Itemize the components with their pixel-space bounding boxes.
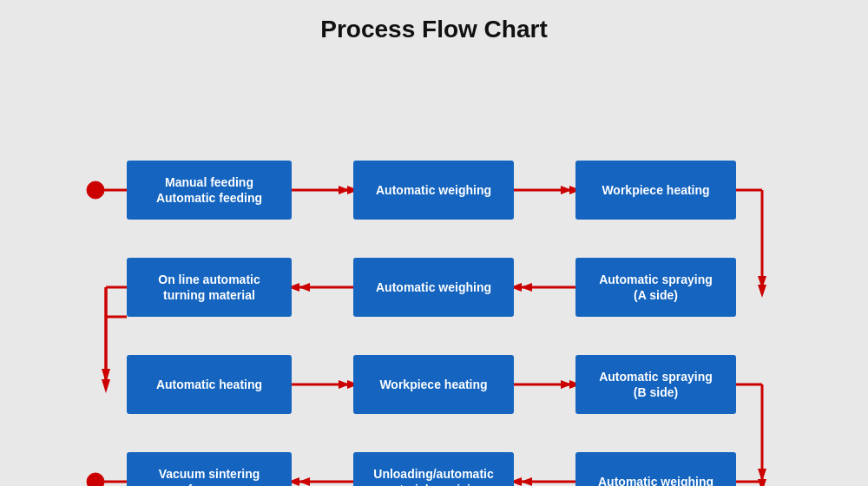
process-box-b8: Workpiece heating <box>353 355 514 414</box>
page-title: Process Flow Chart <box>0 0 868 43</box>
svg-marker-41 <box>299 477 310 486</box>
process-box-b3: Workpiece heating <box>575 161 736 220</box>
process-box-b1: Manual feedingAutomatic feeding <box>127 161 292 220</box>
flowchart: Manual feedingAutomatic feedingAutomatic… <box>0 65 868 482</box>
process-box-b5: Automatic weighing <box>353 258 514 317</box>
process-box-b6: Automatic spraying(A side) <box>575 258 736 317</box>
process-box-b2: Automatic weighing <box>353 161 514 220</box>
svg-point-42 <box>87 473 104 486</box>
process-box-b10: Vacuum sinteringfumace <box>127 452 292 486</box>
process-box-b9: Automatic spraying(B side) <box>575 355 736 414</box>
process-box-b7: Automatic heating <box>127 355 292 414</box>
process-box-b12: Automatic weighing <box>575 452 736 486</box>
svg-point-0 <box>87 181 104 199</box>
process-box-b4: On line automaticturning material <box>127 258 292 317</box>
svg-marker-14 <box>521 283 532 292</box>
svg-marker-17 <box>299 283 310 292</box>
process-box-b11: Unloading/automaticmaterial receiving <box>353 452 514 486</box>
svg-marker-38 <box>521 477 532 486</box>
